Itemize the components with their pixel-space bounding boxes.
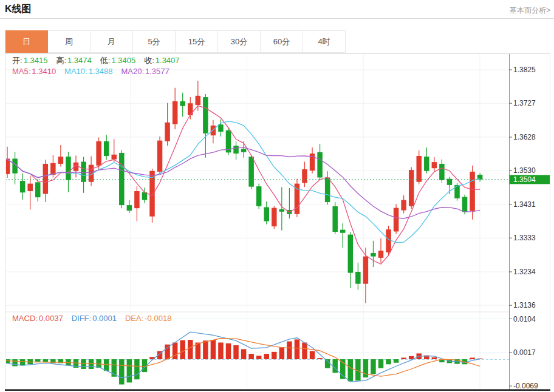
timeframe-tab-0[interactable]: 日 (5, 30, 48, 53)
macd-histogram (0, 339, 482, 384)
ma-legend: MA5:1.3410MA10:1.3488MA20:1.3577 (12, 67, 178, 76)
svg-text:1.3530: 1.3530 (513, 166, 536, 175)
candles-layer (0, 81, 482, 303)
svg-text:1.3431: 1.3431 (513, 200, 536, 209)
legend-item: MA20:1.3577 (121, 67, 169, 76)
svg-text:0.0017: 0.0017 (513, 348, 536, 357)
svg-text:1.3825: 1.3825 (513, 66, 536, 74)
timeframe-tab-6[interactable]: 60分 (261, 30, 303, 53)
macd-legend: MACD:0.0037DIFF:0.0001DEA:-0.0018 (12, 314, 180, 323)
ohlc-legend: 开:1.3415高:1.3474低:1.3405收:1.3407 (12, 55, 188, 66)
legend-item: DEA:-0.0018 (125, 314, 171, 323)
ma10-line (0, 121, 480, 243)
timeframe-tab-2[interactable]: 月 (91, 30, 133, 53)
timeframe-tab-1[interactable]: 周 (48, 30, 91, 53)
timeframe-tab-3[interactable]: 5分 (133, 30, 176, 53)
timeframe-tab-5[interactable]: 30分 (218, 30, 261, 53)
svg-text:1.3234: 1.3234 (513, 268, 536, 276)
svg-text:-0.0069: -0.0069 (513, 382, 538, 390)
timeframe-tab-4[interactable]: 15分 (176, 30, 218, 53)
price-axis: 1.38251.37271.36281.35301.34311.33331.32… (5, 53, 550, 390)
svg-text:1.3333: 1.3333 (513, 234, 536, 242)
legend-item: DIFF:0.0001 (72, 314, 117, 323)
legend-item: 低:1.3405 (100, 56, 135, 65)
legend-item: 高:1.3474 (56, 56, 91, 65)
legend-item: MA10:1.3488 (64, 67, 112, 76)
svg-text:1.3628: 1.3628 (513, 133, 536, 141)
legend-item: 开:1.3415 (12, 56, 47, 65)
timeframe-tab-7[interactable]: 4时 (303, 30, 346, 53)
current-price-badge: 1.3504 (510, 175, 550, 184)
svg-text:1.3136: 1.3136 (513, 301, 536, 309)
ma5-line (0, 106, 480, 264)
svg-text:0.0104: 0.0104 (513, 315, 536, 323)
ma20-line (0, 147, 480, 218)
svg-text:1.3727: 1.3727 (513, 99, 536, 107)
gridlines (5, 53, 509, 390)
legend-item: 收:1.3407 (144, 56, 179, 65)
legend-item: MA5:1.3410 (12, 67, 56, 76)
dea-line (0, 339, 480, 377)
bottom-border (5, 390, 550, 391)
svg-text:1.3504: 1.3504 (513, 175, 536, 184)
tabbar-baseline (5, 53, 550, 53)
timeframe-tabs: 日周月5分15分30分60分4时 (5, 30, 346, 53)
legend-item: MACD:0.0037 (12, 314, 63, 323)
